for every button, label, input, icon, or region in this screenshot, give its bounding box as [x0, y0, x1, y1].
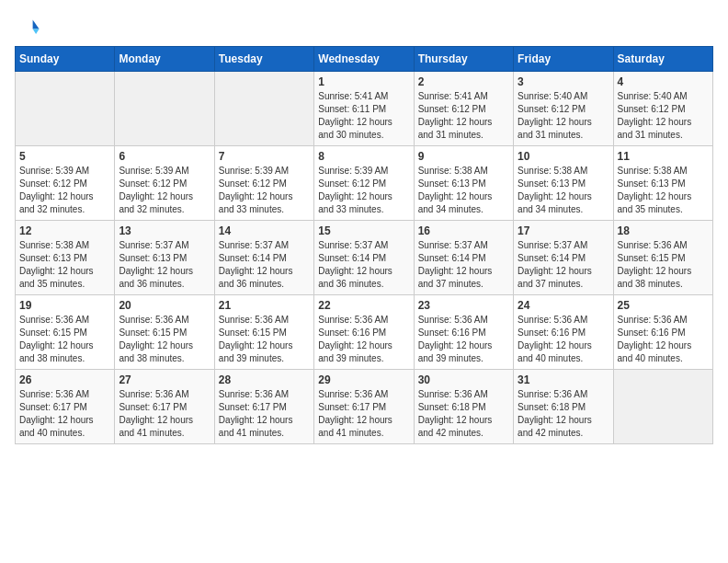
day-info: Sunrise: 5:36 AM Sunset: 6:16 PM Dayligh… [418, 314, 509, 365]
calendar-cell: 22Sunrise: 5:36 AM Sunset: 6:16 PM Dayli… [314, 295, 414, 370]
day-info: Sunrise: 5:37 AM Sunset: 6:14 PM Dayligh… [518, 239, 609, 291]
calendar-cell: 1Sunrise: 5:41 AM Sunset: 6:11 PM Daylig… [314, 72, 414, 146]
calendar-body: 1Sunrise: 5:41 AM Sunset: 6:11 PM Daylig… [16, 72, 713, 444]
day-number: 3 [518, 75, 609, 88]
day-info: Sunrise: 5:37 AM Sunset: 6:14 PM Dayligh… [418, 239, 509, 291]
day-number: 13 [119, 224, 210, 237]
calendar-cell: 19Sunrise: 5:36 AM Sunset: 6:15 PM Dayli… [16, 295, 115, 370]
calendar-cell: 2Sunrise: 5:41 AM Sunset: 6:12 PM Daylig… [414, 72, 513, 146]
day-number: 21 [219, 299, 310, 312]
calendar-cell: 5Sunrise: 5:39 AM Sunset: 6:12 PM Daylig… [16, 146, 115, 221]
calendar-week-row: 5Sunrise: 5:39 AM Sunset: 6:12 PM Daylig… [16, 146, 713, 221]
day-info: Sunrise: 5:36 AM Sunset: 6:15 PM Dayligh… [119, 314, 210, 365]
calendar-cell: 25Sunrise: 5:36 AM Sunset: 6:16 PM Dayli… [613, 295, 712, 370]
day-number: 12 [19, 224, 110, 237]
day-number: 27 [119, 373, 210, 386]
calendar-cell: 29Sunrise: 5:36 AM Sunset: 6:17 PM Dayli… [314, 370, 414, 444]
page-header [15, 15, 713, 40]
calendar-cell: 15Sunrise: 5:37 AM Sunset: 6:14 PM Dayli… [314, 221, 414, 295]
calendar-cell: 4Sunrise: 5:40 AM Sunset: 6:12 PM Daylig… [613, 72, 712, 146]
calendar-cell: 12Sunrise: 5:38 AM Sunset: 6:13 PM Dayli… [16, 221, 115, 295]
calendar-cell: 21Sunrise: 5:36 AM Sunset: 6:15 PM Dayli… [214, 295, 313, 370]
day-info: Sunrise: 5:37 AM Sunset: 6:13 PM Dayligh… [119, 239, 210, 291]
calendar-week-row: 19Sunrise: 5:36 AM Sunset: 6:15 PM Dayli… [16, 295, 713, 370]
day-number: 24 [518, 299, 609, 312]
day-number: 28 [219, 373, 310, 386]
calendar-cell: 26Sunrise: 5:36 AM Sunset: 6:17 PM Dayli… [16, 370, 115, 444]
day-info: Sunrise: 5:36 AM Sunset: 6:15 PM Dayligh… [219, 314, 310, 365]
day-info: Sunrise: 5:36 AM Sunset: 6:18 PM Dayligh… [518, 388, 609, 440]
day-info: Sunrise: 5:36 AM Sunset: 6:15 PM Dayligh… [19, 314, 110, 365]
day-info: Sunrise: 5:37 AM Sunset: 6:14 PM Dayligh… [318, 239, 409, 291]
calendar-cell: 11Sunrise: 5:38 AM Sunset: 6:13 PM Dayli… [613, 146, 712, 221]
day-number: 15 [318, 224, 409, 237]
day-info: Sunrise: 5:36 AM Sunset: 6:17 PM Dayligh… [119, 388, 210, 440]
logo-icon [15, 15, 40, 40]
calendar-cell: 3Sunrise: 5:40 AM Sunset: 6:12 PM Daylig… [514, 72, 613, 146]
calendar-cell [613, 370, 712, 444]
calendar-cell: 31Sunrise: 5:36 AM Sunset: 6:18 PM Dayli… [514, 370, 613, 444]
calendar-table: SundayMondayTuesdayWednesdayThursdayFrid… [15, 46, 713, 444]
weekday-header-monday: Monday [115, 47, 214, 72]
calendar-cell: 10Sunrise: 5:38 AM Sunset: 6:13 PM Dayli… [514, 146, 613, 221]
day-number: 8 [318, 150, 409, 163]
day-info: Sunrise: 5:36 AM Sunset: 6:16 PM Dayligh… [618, 314, 709, 365]
calendar-cell: 16Sunrise: 5:37 AM Sunset: 6:14 PM Dayli… [414, 221, 513, 295]
day-info: Sunrise: 5:38 AM Sunset: 6:13 PM Dayligh… [518, 165, 609, 216]
day-number: 25 [618, 299, 709, 312]
day-info: Sunrise: 5:41 AM Sunset: 6:12 PM Dayligh… [418, 90, 509, 142]
day-number: 1 [318, 75, 409, 88]
day-info: Sunrise: 5:38 AM Sunset: 6:13 PM Dayligh… [19, 239, 110, 291]
calendar-cell: 20Sunrise: 5:36 AM Sunset: 6:15 PM Dayli… [115, 295, 214, 370]
day-number: 29 [318, 373, 409, 386]
day-info: Sunrise: 5:36 AM Sunset: 6:16 PM Dayligh… [318, 314, 409, 365]
day-number: 16 [418, 224, 509, 237]
calendar-cell: 23Sunrise: 5:36 AM Sunset: 6:16 PM Dayli… [414, 295, 513, 370]
day-info: Sunrise: 5:36 AM Sunset: 6:15 PM Dayligh… [618, 239, 709, 291]
day-info: Sunrise: 5:36 AM Sunset: 6:17 PM Dayligh… [19, 388, 110, 440]
svg-marker-0 [33, 20, 40, 29]
day-number: 17 [518, 224, 609, 237]
day-info: Sunrise: 5:38 AM Sunset: 6:13 PM Dayligh… [418, 165, 509, 216]
day-number: 19 [19, 299, 110, 312]
day-info: Sunrise: 5:37 AM Sunset: 6:14 PM Dayligh… [219, 239, 310, 291]
calendar-cell: 14Sunrise: 5:37 AM Sunset: 6:14 PM Dayli… [214, 221, 313, 295]
weekday-header-row: SundayMondayTuesdayWednesdayThursdayFrid… [16, 47, 713, 72]
calendar-week-row: 12Sunrise: 5:38 AM Sunset: 6:13 PM Dayli… [16, 221, 713, 295]
day-info: Sunrise: 5:36 AM Sunset: 6:17 PM Dayligh… [318, 388, 409, 440]
day-number: 14 [219, 224, 310, 237]
day-number: 11 [618, 150, 709, 163]
day-number: 2 [418, 75, 509, 88]
logo [15, 15, 44, 40]
day-number: 30 [418, 373, 509, 386]
calendar-cell: 27Sunrise: 5:36 AM Sunset: 6:17 PM Dayli… [115, 370, 214, 444]
day-number: 22 [318, 299, 409, 312]
day-info: Sunrise: 5:40 AM Sunset: 6:12 PM Dayligh… [618, 90, 709, 142]
day-number: 31 [518, 373, 609, 386]
day-info: Sunrise: 5:39 AM Sunset: 6:12 PM Dayligh… [219, 165, 310, 216]
day-number: 4 [618, 75, 709, 88]
calendar-cell: 9Sunrise: 5:38 AM Sunset: 6:13 PM Daylig… [414, 146, 513, 221]
svg-marker-1 [33, 29, 40, 34]
weekday-header-wednesday: Wednesday [314, 47, 414, 72]
day-number: 23 [418, 299, 509, 312]
day-info: Sunrise: 5:36 AM Sunset: 6:16 PM Dayligh… [518, 314, 609, 365]
weekday-header-tuesday: Tuesday [214, 47, 313, 72]
calendar-cell: 17Sunrise: 5:37 AM Sunset: 6:14 PM Dayli… [514, 221, 613, 295]
day-info: Sunrise: 5:36 AM Sunset: 6:17 PM Dayligh… [219, 388, 310, 440]
day-info: Sunrise: 5:39 AM Sunset: 6:12 PM Dayligh… [119, 165, 210, 216]
day-number: 26 [19, 373, 110, 386]
weekday-header-saturday: Saturday [613, 47, 712, 72]
calendar-cell: 24Sunrise: 5:36 AM Sunset: 6:16 PM Dayli… [514, 295, 613, 370]
calendar-cell [115, 72, 214, 146]
calendar-cell: 7Sunrise: 5:39 AM Sunset: 6:12 PM Daylig… [214, 146, 313, 221]
calendar-cell: 8Sunrise: 5:39 AM Sunset: 6:12 PM Daylig… [314, 146, 414, 221]
calendar-cell: 30Sunrise: 5:36 AM Sunset: 6:18 PM Dayli… [414, 370, 513, 444]
weekday-header-friday: Friday [514, 47, 613, 72]
calendar-cell: 18Sunrise: 5:36 AM Sunset: 6:15 PM Dayli… [613, 221, 712, 295]
day-info: Sunrise: 5:38 AM Sunset: 6:13 PM Dayligh… [618, 165, 709, 216]
calendar-cell: 13Sunrise: 5:37 AM Sunset: 6:13 PM Dayli… [115, 221, 214, 295]
day-number: 18 [618, 224, 709, 237]
day-number: 20 [119, 299, 210, 312]
day-number: 7 [219, 150, 310, 163]
